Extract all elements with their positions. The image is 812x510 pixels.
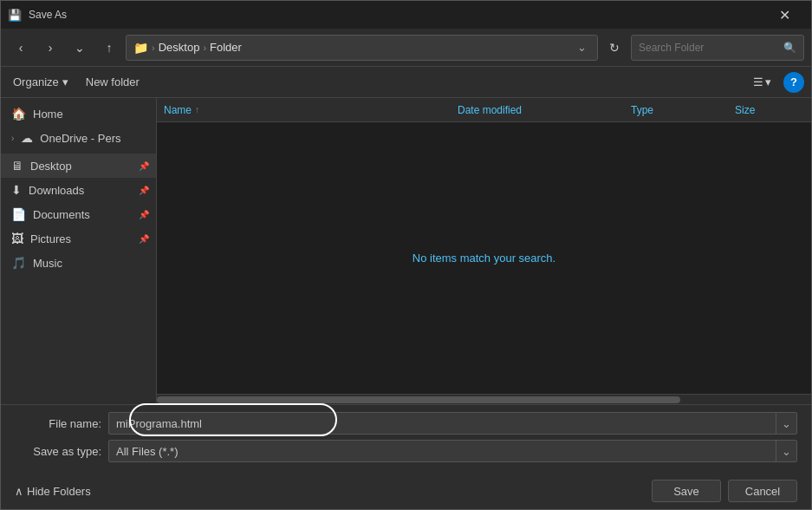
breadcrumb-sep-1: ›	[152, 42, 155, 53]
documents-icon: 📄	[11, 207, 26, 221]
breadcrumb-desktop[interactable]: Desktop	[159, 41, 200, 54]
organize-arrow-icon: ▾	[62, 75, 68, 88]
sidebar-item-home[interactable]: 🏠 Home	[1, 101, 156, 126]
pin-icon: 📌	[139, 210, 149, 219]
nav-toolbar: ‹ › ⌄ ↑ 📁 › Desktop › Folder ⌄ ↻ 🔍	[1, 29, 811, 67]
save-as-dialog: 💾 Save As ✕ ‹ › ⌄ ↑ 📁 › Desktop › Folder…	[0, 0, 812, 510]
sidebar-item-documents[interactable]: 📄 Documents 📌	[1, 202, 156, 226]
title-bar: 💾 Save As ✕	[1, 1, 811, 29]
col-size-label: Size	[735, 104, 755, 116]
forward-button[interactable]: ›	[37, 35, 63, 61]
sidebar-item-pictures[interactable]: 🖼 Pictures 📌	[1, 226, 156, 251]
sidebar-item-onedrive[interactable]: › ☁ OneDrive - Pers	[1, 126, 156, 150]
filename-label: File name:	[15, 417, 101, 430]
column-header-type[interactable]: Type	[631, 104, 735, 116]
main-area: 🏠 Home › ☁ OneDrive - Pers 🖥 Desktop 📌 ⬇…	[1, 98, 811, 404]
refresh-button[interactable]: ↻	[601, 35, 627, 61]
hide-folders-label: Hide Folders	[27, 485, 91, 498]
sidebar-item-music[interactable]: 🎵 Music	[1, 251, 156, 275]
new-folder-button[interactable]: New folder	[81, 72, 145, 92]
hide-folders-toggle[interactable]: ∧ Hide Folders	[15, 485, 645, 498]
view-button[interactable]: ☰ ▾	[748, 72, 776, 92]
downloads-icon: ⬇	[11, 183, 22, 197]
col-name-label: Name	[164, 104, 192, 116]
close-button[interactable]: ✕	[764, 1, 804, 29]
breadcrumb-folder[interactable]: Folder	[210, 41, 242, 54]
sidebar-item-label: Documents	[33, 208, 90, 221]
view-icon: ☰	[753, 75, 763, 88]
pin-icon: 📌	[139, 161, 149, 171]
sidebar-item-desktop[interactable]: 🖥 Desktop 📌	[1, 154, 156, 178]
cancel-button[interactable]: Cancel	[728, 480, 797, 502]
sidebar-item-label: Music	[33, 257, 62, 270]
file-list: No items match your search.	[157, 122, 811, 394]
horizontal-scrollbar[interactable]	[157, 394, 811, 404]
search-icon: 🔍	[783, 42, 796, 54]
sidebar-item-label: Desktop	[30, 160, 72, 173]
recent-locations-button[interactable]: ⌄	[67, 35, 93, 61]
savetype-dropdown-button[interactable]: ⌄	[776, 441, 796, 461]
search-box: 🔍	[631, 35, 804, 61]
empty-message: No items match your search.	[412, 252, 555, 265]
scrollbar-thumb[interactable]	[157, 396, 680, 403]
help-button[interactable]: ?	[783, 72, 804, 93]
expand-arrow-icon: ›	[11, 134, 14, 143]
sidebar-item-label: Downloads	[29, 184, 84, 197]
title-bar-icon: 💾	[8, 8, 22, 22]
music-icon: 🎵	[11, 256, 26, 270]
save-button[interactable]: Save	[652, 480, 721, 502]
filename-input[interactable]	[109, 417, 776, 430]
desktop-icon: 🖥	[11, 159, 23, 173]
file-area: Name ↑ Date modified Type Size No items …	[157, 98, 811, 404]
breadcrumb-dropdown-button[interactable]: ⌄	[573, 39, 590, 56]
sidebar-item-label: Pictures	[30, 232, 71, 245]
savetype-row: Save as type: ⌄	[15, 440, 797, 462]
search-input[interactable]	[639, 42, 778, 54]
back-button[interactable]: ‹	[8, 35, 34, 61]
col-date-label: Date modified	[458, 104, 522, 116]
up-button[interactable]: ↑	[96, 35, 122, 61]
sidebar: 🏠 Home › ☁ OneDrive - Pers 🖥 Desktop 📌 ⬇…	[1, 98, 157, 404]
sidebar-item-label: OneDrive - Pers	[40, 132, 120, 145]
column-header-date[interactable]: Date modified	[458, 104, 631, 116]
breadcrumb-bar[interactable]: 📁 › Desktop › Folder ⌄	[126, 35, 598, 61]
sidebar-item-downloads[interactable]: ⬇ Downloads 📌	[1, 178, 156, 202]
onedrive-icon: ☁	[21, 131, 33, 145]
col-type-label: Type	[631, 104, 653, 116]
sort-arrow-icon: ↑	[195, 105, 199, 114]
breadcrumb-sep-2: ›	[203, 42, 206, 53]
filename-input-wrapper: ⌄	[108, 412, 797, 435]
filename-row: File name: ⌄	[15, 412, 797, 435]
bottom-form: File name: ⌄ Save as type: ⌄	[1, 404, 811, 474]
column-headers: Name ↑ Date modified Type Size	[157, 98, 811, 122]
savetype-input[interactable]	[109, 445, 776, 458]
home-icon: 🏠	[11, 107, 26, 121]
savetype-label: Save as type:	[15, 445, 101, 458]
dialog-icon: 💾	[8, 9, 22, 22]
onedrive-group: › ☁ OneDrive - Pers	[1, 126, 156, 150]
pin-icon: 📌	[139, 186, 149, 195]
organize-label: Organize	[13, 75, 59, 88]
hide-folders-arrow-icon: ∧	[15, 485, 23, 498]
organize-button[interactable]: Organize ▾	[8, 72, 74, 92]
footer-buttons: ∧ Hide Folders Save Cancel	[1, 474, 811, 509]
pictures-icon: 🖼	[11, 232, 23, 245]
breadcrumb-folder-icon: 📁	[133, 41, 148, 55]
column-header-name[interactable]: Name ↑	[164, 104, 458, 116]
filename-dropdown-button[interactable]: ⌄	[776, 413, 796, 434]
column-header-size[interactable]: Size	[735, 104, 804, 116]
savetype-input-wrapper: ⌄	[108, 440, 797, 462]
view-dropdown-arrow-icon: ▾	[765, 75, 771, 88]
pin-icon: 📌	[139, 234, 149, 244]
sidebar-item-label: Home	[33, 108, 63, 121]
title-bar-title: Save As	[29, 9, 764, 21]
toolbar-row: Organize ▾ New folder ☰ ▾ ?	[1, 67, 811, 98]
